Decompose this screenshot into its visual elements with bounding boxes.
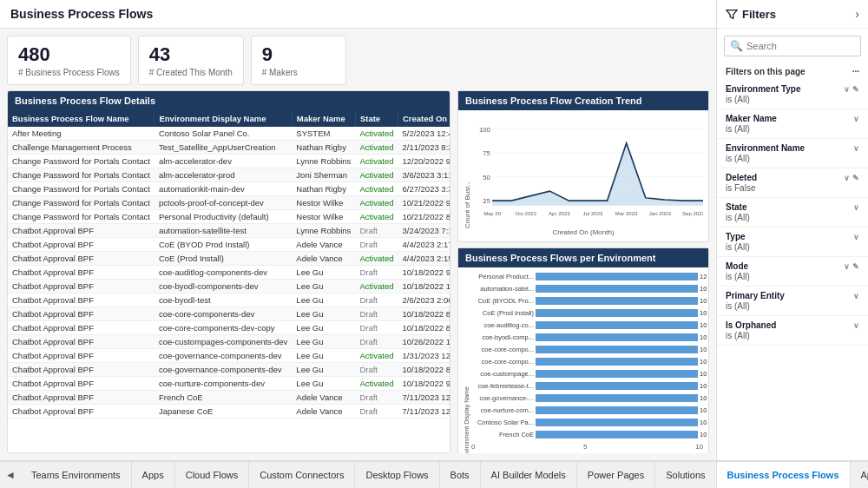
filter-chevron-6[interactable]: ∨ — [844, 262, 850, 271]
table-row[interactable]: Change Password for Portals ContactPerso… — [8, 210, 450, 224]
charts-column: Business Process Flow Creation Trend Cou… — [457, 90, 709, 453]
cell-9-4: 4/4/2023 2:15:56 PM — [398, 252, 450, 266]
cell-9-2: Adele Vance — [292, 252, 355, 266]
tab-prev-btn[interactable]: ◄ — [0, 462, 21, 488]
tab-desktop-flows[interactable]: Desktop Flows — [355, 462, 439, 488]
filter-search-box[interactable]: 🔍 — [724, 36, 861, 56]
filter-search-input[interactable] — [746, 41, 855, 51]
bar-fill — [536, 297, 698, 305]
cell-0-2: SYSTEM — [292, 127, 355, 141]
x-tick-10: 10 — [695, 443, 703, 451]
cell-1-4: 2/11/2023 8:30:32 AM — [398, 141, 450, 155]
cell-15-4: 10/26/2022 12:59:20 PM — [398, 335, 450, 349]
table-row[interactable]: Chatbot Approval BPFcoe-byodl-testLee Gu… — [8, 293, 450, 307]
filter-item-1[interactable]: Maker Name ∨ is (All) — [717, 109, 868, 139]
filter-chevron-1[interactable]: ∨ — [853, 115, 859, 123]
tab-business-process-flows[interactable]: Business Process Flows — [717, 462, 851, 488]
table-row[interactable]: Chatbot Approval BPFcoe-nurture-componen… — [8, 377, 450, 391]
tab-apps[interactable]: Apps — [132, 462, 175, 488]
table-row[interactable]: Chatbot Approval BPFJapanese CoEAdele Va… — [8, 405, 450, 419]
table-row[interactable]: Chatbot Approval BPFcoe-governance-compo… — [8, 349, 450, 363]
dashboard: 480# Business Process Flows43# Created T… — [0, 29, 716, 460]
table-row[interactable]: Chatbot Approval BPFCoE (BYOD Prod Insta… — [8, 238, 450, 252]
filter-chevron-3[interactable]: ∨ — [844, 174, 850, 182]
table-row[interactable]: After MeetingContoso Solar Panel Co.SYST… — [8, 127, 450, 141]
tab-bots[interactable]: Bots — [440, 462, 481, 488]
bar-fill — [536, 419, 698, 426]
tab-ap[interactable]: Ap — [851, 462, 868, 488]
svg-text:75: 75 — [483, 149, 490, 157]
cell-4-4: 6/27/2023 3:31:53 PM — [398, 182, 450, 196]
filter-chevron-0[interactable]: ∨ — [844, 85, 850, 94]
cell-15-1: coe-custompages-components-dev — [155, 335, 292, 349]
cell-5-1: pctools-proof-of-concept-dev — [155, 196, 292, 210]
filters-on-page-label: Filters on this page ··· — [717, 63, 868, 80]
filters-more-btn[interactable]: ··· — [852, 67, 859, 76]
filter-item-4[interactable]: State ∨ is (All) — [717, 198, 868, 228]
filter-chevron-2[interactable]: ∨ — [853, 144, 859, 153]
filter-label-7: Primary Entity ∨ — [726, 291, 859, 300]
table-header: Business Process Flow NameEnvironment Di… — [8, 110, 450, 127]
filter-chevron-5[interactable]: ∨ — [853, 233, 859, 241]
bar-chart-with-axis: Environment Display Name Personal Produc… — [464, 271, 703, 453]
filter-label-6: Mode ∨ ✎ — [726, 261, 859, 271]
table-row[interactable]: Chatbot Approval BPFcoe-custompages-comp… — [8, 335, 450, 349]
table-row[interactable]: Chatbot Approval BPFcoe-core-components-… — [8, 321, 450, 335]
filter-item-2[interactable]: Environment Name ∨ is (All) — [717, 139, 868, 168]
cell-2-0: Change Password for Portals Contact — [8, 155, 155, 168]
tabs-container: Teams EnvironmentsAppsCloud FlowsCustom … — [21, 462, 868, 488]
bar-chart-inner-wrap: Personal Product...12automation-satel...… — [471, 271, 703, 453]
tab-custom-connectors[interactable]: Custom Connectors — [249, 462, 355, 488]
kpi-number-1: 43 — [149, 43, 233, 66]
cell-2-1: alm-accelerator-dev — [155, 155, 292, 168]
filter-item-5[interactable]: Type ∨ is (All) — [717, 228, 868, 257]
filter-item-7[interactable]: Primary Entity ∨ is (All) — [717, 287, 868, 316]
bar-value: 12 — [700, 273, 707, 280]
filter-chevron-4[interactable]: ∨ — [853, 203, 859, 212]
filter-chevron-7[interactable]: ∨ — [853, 292, 859, 300]
table-row[interactable]: Change Password for Portals Contactalm-a… — [8, 155, 450, 168]
table-row[interactable]: Challenge Management ProcessTest_Satelli… — [8, 141, 450, 155]
filter-item-6[interactable]: Mode ∨ ✎ is (All) — [717, 257, 868, 287]
table-row[interactable]: Chatbot Approval BPFcoe-byodl-components… — [8, 280, 450, 293]
kpi-card-2: 9# Makers — [251, 36, 346, 85]
filter-item-0[interactable]: Environment Type ∨ ✎ is (All) — [717, 80, 868, 109]
col-header-1: Environment Display Name — [155, 110, 292, 127]
tab-power-pages[interactable]: Power Pages — [577, 462, 655, 488]
svg-text:25: 25 — [483, 197, 490, 205]
filter-edit-6[interactable]: ✎ — [852, 262, 859, 271]
cell-17-3: Draft — [355, 363, 398, 377]
table-row[interactable]: Chatbot Approval BPFcoe-governance-compo… — [8, 363, 450, 377]
cell-8-2: Adele Vance — [292, 238, 355, 252]
cell-5-4: 10/21/2022 9:20:11 AM — [398, 196, 450, 210]
filter-edit-0[interactable]: ✎ — [852, 85, 859, 94]
filter-edit-3[interactable]: ✎ — [852, 174, 859, 182]
filter-chevron-8[interactable]: ∨ — [853, 321, 859, 330]
table-row[interactable]: Change Password for Portals Contactpctoo… — [8, 196, 450, 210]
cell-6-1: Personal Productivity (default) — [155, 210, 292, 224]
table-row[interactable]: Chatbot Approval BPFFrench CoEAdele Vanc… — [8, 391, 450, 405]
tab-solutions[interactable]: Solutions — [655, 462, 716, 488]
bar-chart-title: Business Process Flows per Environment — [458, 248, 708, 267]
table-wrapper[interactable]: Business Process Flow NameEnvironment Di… — [8, 110, 450, 452]
filter-item-3[interactable]: Deleted ∨ ✎ is False — [717, 168, 868, 198]
tab-ai-builder-models[interactable]: AI Builder Models — [481, 462, 577, 488]
table-row[interactable]: Chatbot Approval BPFCoE (Prod Install)Ad… — [8, 252, 450, 266]
table-row[interactable]: Chatbot Approval BPFcoe-auditlog-compone… — [8, 266, 450, 280]
kpi-card-1: 43# Created This Month — [138, 36, 244, 85]
table-row[interactable]: Chatbot Approval BPFcoe-core-components-… — [8, 307, 450, 321]
tab-cloud-flows[interactable]: Cloud Flows — [175, 462, 250, 488]
cell-13-1: coe-core-components-dev — [155, 307, 292, 321]
cell-3-4: 3/6/2023 3:11:45 PM — [398, 168, 450, 182]
tab-teams-environments[interactable]: Teams Environments — [21, 462, 132, 488]
table-row[interactable]: Chatbot Approval BPFautomation-satellite… — [8, 224, 450, 238]
table-row[interactable]: Change Password for Portals Contactalm-a… — [8, 168, 450, 182]
filter-item-8[interactable]: Is Orphaned ∨ is (All) — [717, 316, 868, 346]
filters-close-btn[interactable]: › — [855, 7, 859, 21]
cell-14-3: Draft — [355, 321, 398, 335]
bar-x-label: Count of Business Process Flow ID — [471, 452, 703, 453]
filter-value-2: is (All) — [726, 154, 859, 163]
table-title: Business Process Flow Details — [8, 91, 450, 110]
bar-fill — [536, 382, 698, 390]
table-row[interactable]: Change Password for Portals Contactautom… — [8, 182, 450, 196]
